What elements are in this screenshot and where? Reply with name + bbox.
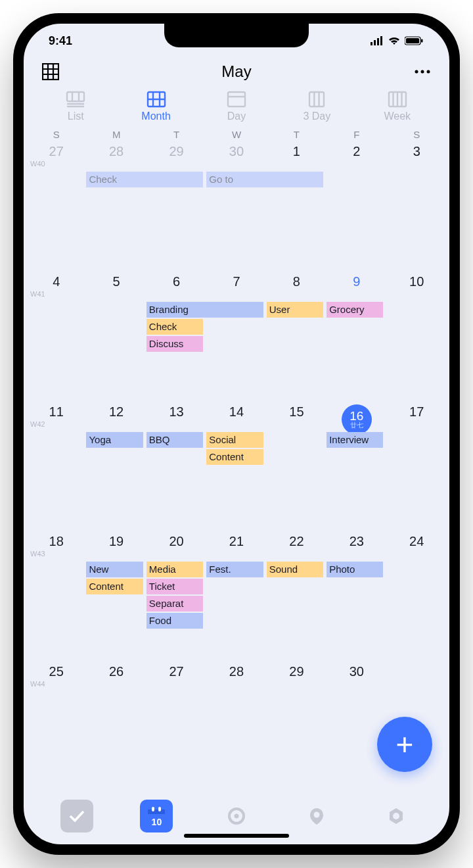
date-cell[interactable]: 9 <box>327 272 386 302</box>
date-cell[interactable]: 4W41 <box>26 272 86 302</box>
date-cell[interactable]: 25W44 <box>26 662 86 692</box>
date-cell[interactable]: 11W42 <box>26 402 86 432</box>
svg-rect-0 <box>371 42 372 45</box>
calendar-event[interactable]: Separat <box>146 596 203 612</box>
calendar-event[interactable]: Photo <box>327 562 383 577</box>
date-cell[interactable]: 30 <box>206 141 266 172</box>
date-cell[interactable]: 1 <box>267 141 327 172</box>
calendar-event[interactable]: Social <box>206 432 263 448</box>
svg-rect-7 <box>43 64 58 80</box>
date-cell[interactable]: 29 <box>267 662 327 692</box>
weekday-label: S <box>26 129 86 140</box>
date-cell[interactable]: 28 <box>86 141 146 172</box>
nav-settings[interactable] <box>380 800 413 832</box>
calendar-event[interactable]: Food <box>146 613 203 629</box>
calendar-event[interactable]: Discuss <box>146 336 203 352</box>
tab-3day-label: 3 Day <box>303 110 330 122</box>
calendar-event[interactable]: User <box>267 302 323 318</box>
calendar-event[interactable]: Yoga <box>86 432 143 448</box>
date-cell[interactable]: 27 <box>146 662 206 692</box>
calendar-event[interactable]: Go to <box>206 172 323 187</box>
calendar-event[interactable]: Content <box>206 449 263 465</box>
weekday-label: S <box>387 129 447 140</box>
date-cell[interactable]: 16廿七 <box>327 402 386 432</box>
week-number: W43 <box>30 550 45 558</box>
date-cell[interactable]: 13 <box>146 402 206 432</box>
calendar-event[interactable]: BBQ <box>146 432 203 448</box>
tab-day[interactable]: Day <box>207 91 266 122</box>
date-cell[interactable]: 3 <box>387 141 447 172</box>
tab-list[interactable]: List <box>46 91 105 122</box>
nav-tasks[interactable] <box>60 800 93 832</box>
svg-point-12 <box>415 70 418 74</box>
calendar-event[interactable]: Content <box>86 579 143 594</box>
date-cell[interactable]: 17 <box>387 402 447 432</box>
weekday-label: W <box>206 129 266 140</box>
date-cell[interactable]: 30 <box>327 662 386 692</box>
weekday-label: M <box>86 129 146 140</box>
page-title[interactable]: May <box>221 62 251 81</box>
date-cell[interactable]: 7 <box>206 272 266 302</box>
nav-calendar[interactable]: 10 <box>140 800 173 832</box>
wifi-icon <box>388 36 401 45</box>
nav-focus[interactable] <box>220 800 253 832</box>
battery-icon <box>405 36 423 45</box>
add-event-fab[interactable]: + <box>377 717 432 772</box>
status-indicators <box>371 36 423 45</box>
calendar-event[interactable]: Grocery <box>327 302 383 318</box>
date-cell[interactable]: 2 <box>327 141 386 172</box>
svg-rect-34 <box>148 809 165 814</box>
tab-month[interactable]: Month <box>127 91 186 122</box>
svg-rect-15 <box>67 92 84 101</box>
svg-point-38 <box>234 814 238 819</box>
tab-week[interactable]: Week <box>368 91 427 122</box>
date-cell[interactable]: 29 <box>146 141 206 172</box>
calendar-event[interactable]: Branding <box>146 302 263 318</box>
date-cell[interactable]: 22 <box>267 531 327 562</box>
date-cell[interactable]: 24 <box>387 531 447 562</box>
nav-habit[interactable] <box>300 800 333 832</box>
date-cell[interactable]: 21 <box>206 531 266 562</box>
plus-icon: + <box>396 727 414 762</box>
svg-rect-1 <box>374 40 376 45</box>
svg-point-41 <box>393 813 399 819</box>
tab-day-label: Day <box>227 110 246 122</box>
date-cell[interactable]: 23 <box>327 531 386 562</box>
date-cell[interactable]: 10 <box>387 272 447 302</box>
date-cell[interactable]: 19 <box>86 531 146 562</box>
date-cell[interactable]: 8 <box>267 272 327 302</box>
calendar-event[interactable]: Check <box>146 319 203 335</box>
date-cell[interactable] <box>387 662 447 692</box>
date-cell[interactable]: 28 <box>206 662 266 692</box>
weekday-label: F <box>327 129 386 140</box>
home-indicator[interactable] <box>184 834 289 838</box>
calendar-event[interactable]: Media <box>146 562 203 577</box>
svg-rect-3 <box>380 36 382 45</box>
date-cell[interactable]: 14 <box>206 402 266 432</box>
calendar-event[interactable]: Check <box>86 172 203 187</box>
date-cell[interactable]: 27W40 <box>26 141 86 172</box>
calendar-event[interactable]: Ticket <box>146 579 203 594</box>
calendar-event[interactable]: Sound <box>267 562 323 577</box>
header: May <box>24 58 449 88</box>
grid-view-icon[interactable] <box>41 62 60 82</box>
svg-rect-26 <box>309 92 324 107</box>
date-cell[interactable]: 15 <box>267 402 327 432</box>
month-grid[interactable]: 27W40282930123CheckGo to4W415678910Brand… <box>24 141 449 792</box>
date-cell[interactable]: 20 <box>146 531 206 562</box>
date-cell[interactable]: 12 <box>86 402 146 432</box>
calendar-event[interactable]: New <box>86 562 143 577</box>
date-cell[interactable]: 6 <box>146 272 206 302</box>
date-cell[interactable]: 5 <box>86 272 146 302</box>
tab-3day[interactable]: 3 Day <box>287 91 346 122</box>
weekday-label: T <box>146 129 206 140</box>
svg-rect-2 <box>377 38 379 45</box>
date-cell[interactable]: 26 <box>86 662 146 692</box>
calendar-event[interactable]: Fest. <box>206 562 263 577</box>
nav-calendar-day: 10 <box>152 817 162 827</box>
more-icon[interactable] <box>413 62 432 82</box>
week-number: W41 <box>30 290 45 298</box>
calendar-event[interactable]: Interview <box>327 432 383 448</box>
date-cell[interactable]: 18W43 <box>26 531 86 562</box>
svg-rect-35 <box>152 807 154 811</box>
